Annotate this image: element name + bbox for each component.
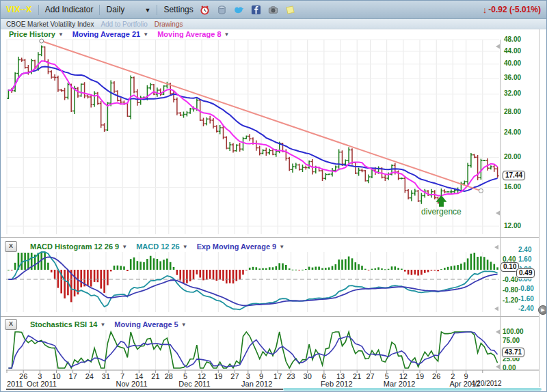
legend-exp-moving-average[interactable]: Exp Moving Average 9▼ xyxy=(197,242,284,251)
macd-line-badge: 0.49 xyxy=(516,268,535,278)
last-price-badge: 17.44 xyxy=(503,171,525,180)
legend-price-history[interactable]: Price History▼ xyxy=(9,30,64,38)
macd-panel-legend: X MACD Histogram 12 26 9▼ MACD 12 26▼ Ex… xyxy=(5,241,284,252)
alerts-icon[interactable] xyxy=(200,4,211,15)
xaxis-end-date: 4/20/2012 xyxy=(471,380,502,387)
legend-macd-histogram[interactable]: MACD Histogram 12 26 9▼ xyxy=(30,242,127,251)
facebook-icon[interactable] xyxy=(251,4,262,15)
legend-stoch-moving-average[interactable]: Moving Average 5▼ xyxy=(114,320,186,328)
toolbar-divider xyxy=(157,5,157,15)
camera-icon[interactable] xyxy=(268,4,279,15)
stoch-badge: 43.71 xyxy=(502,348,524,357)
chevron-down-icon: ▼ xyxy=(224,31,230,38)
chevron-down-icon: ▼ xyxy=(100,322,105,328)
time-axis-scroll-button[interactable]: ▶ xyxy=(538,305,547,315)
stoch-panel-legend: X Stochastics RSI 14▼ Moving Average 5▼ xyxy=(5,319,187,330)
down-arrow-icon: ↓ xyxy=(483,5,488,15)
legend-macd-line[interactable]: MACD 12 26▼ xyxy=(136,242,188,251)
toolbar: VIX--X Add Indicator Daily ▼ Settings ↓ xyxy=(1,1,546,19)
legend-stochastics-rsi[interactable]: Stochastics RSI 14▼ xyxy=(30,320,105,328)
chevron-down-icon: ▼ xyxy=(181,322,187,328)
close-stoch-panel-button[interactable]: X xyxy=(5,319,17,330)
chevron-down-icon: ▼ xyxy=(279,244,284,250)
close-macd-panel-button[interactable]: X xyxy=(5,241,17,252)
chevron-down-icon: ▼ xyxy=(58,31,64,38)
chart-canvas[interactable]: divergence xyxy=(1,1,547,392)
price-panel-legend: Price History▼ Moving Average 21▼ Moving… xyxy=(9,30,229,38)
price-change-text: -0.92 (-5.01%) xyxy=(488,5,541,14)
chevron-down-icon: ▼ xyxy=(183,244,188,250)
settings-button[interactable]: Settings xyxy=(163,5,193,14)
twitter-icon[interactable] xyxy=(234,4,245,15)
toolbar-divider xyxy=(99,5,100,15)
interval-dropdown[interactable]: Daily ▼ xyxy=(106,5,150,14)
symbol-ticker[interactable]: VIX--X xyxy=(6,5,32,14)
toolbar-divider xyxy=(38,5,39,15)
subheader: CBOE Market Volatility Index Add to Port… xyxy=(1,19,546,29)
chevron-down-icon: ▼ xyxy=(143,31,148,38)
security-name: CBOE Market Volatility Index xyxy=(6,20,94,28)
price-change-indicator: ↓ -0.92 (-5.01%) xyxy=(483,5,541,15)
database-icon[interactable] xyxy=(217,4,228,15)
interval-value: Daily xyxy=(106,5,124,14)
legend-moving-average-8[interactable]: Moving Average 8▼ xyxy=(157,30,229,38)
svg-text:divergence: divergence xyxy=(421,207,462,216)
add-indicator-button[interactable]: Add Indicator xyxy=(45,5,94,14)
charting-app-window: divergence VIX--X Add Indicator Daily ▼ … xyxy=(0,0,547,392)
note-icon[interactable] xyxy=(285,4,296,15)
chevron-down-icon: ▼ xyxy=(122,244,127,250)
add-to-portfolio-link[interactable]: Add to Portfolio xyxy=(101,20,147,28)
legend-moving-average-21[interactable]: Moving Average 21▼ xyxy=(72,30,148,38)
drawings-link[interactable]: Drawings xyxy=(155,20,183,28)
chevron-down-icon: ▼ xyxy=(144,7,150,14)
